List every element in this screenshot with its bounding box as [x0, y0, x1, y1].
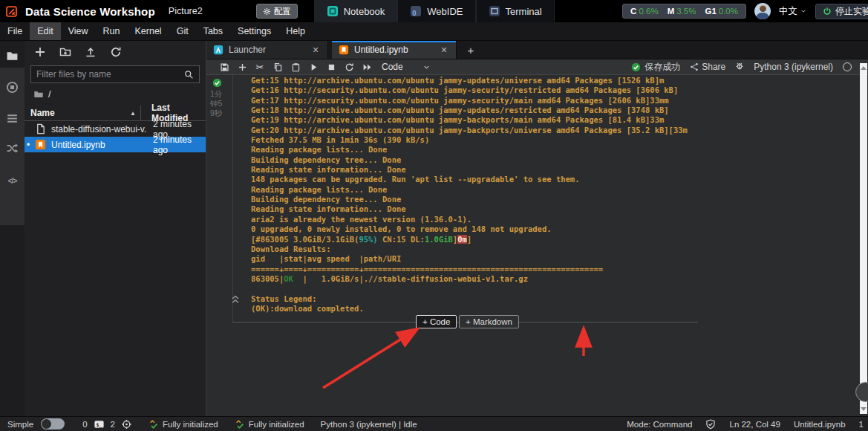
menu-settings[interactable]: Settings — [230, 22, 278, 40]
stat-g1: G10.0% — [705, 7, 738, 16]
mode-indicator[interactable]: Mode: Command — [627, 420, 692, 429]
active-filename[interactable]: Untitled.ipynb — [794, 420, 846, 429]
app-title: Data Science Workshop — [25, 5, 155, 18]
kernel-status-icon[interactable] — [843, 62, 852, 71]
stop-icon[interactable] — [322, 61, 340, 73]
add-code-cell-button[interactable]: + Code — [416, 315, 457, 328]
project-name: Picture2 — [169, 6, 203, 16]
cut-icon[interactable]: ✂ — [251, 61, 269, 73]
language-dropdown[interactable]: 中文 — [779, 5, 807, 18]
activity-code-icon[interactable]: </> — [0, 172, 25, 189]
main-dock-panel: Launcher×Untitled.ipynb×+ ✂ Code 保存成功 Sh… — [206, 41, 868, 416]
menu-edit[interactable]: Edit — [30, 22, 61, 40]
output-line: Get:15 http://archive.ubuntu.com/ubuntu … — [251, 76, 852, 85]
menu-view[interactable]: View — [61, 22, 96, 40]
simple-mode-label: Simple — [7, 420, 33, 429]
config-button[interactable]: 配置 — [256, 4, 298, 19]
doc-tab-launcher[interactable]: Launcher× — [206, 41, 328, 59]
notification-count[interactable]: 1 — [859, 420, 864, 429]
status-bar-left: Simple 0 $_ 2 Fully initialized Fully in… — [0, 418, 417, 430]
sort-asc-icon: ▲ — [130, 110, 136, 117]
breadcrumb-root[interactable]: / — [48, 89, 50, 100]
user-avatar[interactable] — [754, 3, 771, 19]
status-bar: Simple 0 $_ 2 Fully initialized Fully in… — [0, 416, 868, 431]
output-line: ======+====+===========+================… — [251, 265, 852, 274]
file-filter-input[interactable] — [36, 69, 184, 80]
output-line: Fetched 37.5 MB in 1min 36s (390 kB/s) — [251, 135, 852, 145]
copy-icon[interactable] — [269, 61, 287, 73]
column-header-name[interactable]: Name ▲ — [25, 106, 141, 120]
run-icon[interactable] — [304, 61, 322, 73]
top-nav-terminal[interactable]: Terminal — [476, 0, 555, 22]
top-nav-notebook[interactable]: Notebook — [314, 0, 398, 22]
output-line: Building dependency tree... Done — [251, 195, 852, 204]
restart-icon[interactable] — [340, 61, 358, 73]
menu-git[interactable]: Git — [169, 22, 196, 40]
document-tab-bar: Launcher×Untitled.ipynb×+ — [206, 41, 868, 59]
git-status-1[interactable]: Fully initialized — [149, 419, 218, 430]
share-button[interactable]: Share — [690, 62, 725, 72]
menu-run[interactable]: Run — [96, 22, 128, 40]
red-arrow-to-code-button — [323, 330, 416, 388]
terminals-count[interactable]: 0 — [82, 420, 87, 429]
new-launcher-icon[interactable] — [34, 46, 47, 59]
simple-mode-toggle[interactable] — [41, 418, 65, 430]
stop-experiment-button[interactable]: 停止实验 — [815, 4, 868, 19]
kernel-name-label[interactable]: Python 3 (ipykernel) — [754, 62, 833, 72]
cell-output: Get:15 http://archive.ubuntu.com/ubuntu … — [251, 76, 852, 314]
kernel-status-label[interactable]: Python 3 (ipykernel) | Idle — [321, 420, 417, 429]
activity-stop-circle-icon[interactable] — [0, 78, 25, 96]
refresh-icon[interactable] — [110, 46, 123, 59]
upload-icon[interactable] — [85, 46, 97, 59]
add-markdown-cell-button[interactable]: + Markdown — [459, 315, 519, 328]
nav-tab-label: Notebook — [344, 6, 385, 17]
file-filter-box[interactable] — [30, 65, 200, 83]
chevron-down-icon — [800, 7, 807, 15]
trust-shield-icon[interactable] — [705, 419, 716, 430]
activity-shuffle-icon[interactable] — [0, 139, 25, 157]
kernels-count[interactable]: 2 — [111, 420, 115, 429]
save-icon[interactable] — [215, 61, 233, 73]
vertical-scrollbar[interactable] — [860, 63, 867, 414]
run-all-icon[interactable] — [358, 61, 376, 73]
menu-tabs[interactable]: Tabs — [196, 22, 230, 40]
menu-file[interactable]: File — [0, 22, 30, 40]
debugger-bug-icon[interactable] — [735, 61, 744, 73]
top-bar: Data Science Workshop Picture2 配置 Notebo… — [0, 0, 868, 22]
breadcrumb[interactable]: / — [33, 88, 50, 101]
top-nav-webide[interactable]: ()WebIDE — [397, 0, 475, 22]
cell-execution-time: 1分 钟5 9秒 — [210, 89, 222, 118]
output-line: Reading state information... Done — [251, 204, 852, 214]
file-browser-panel: / Name ▲ Last Modified stable-diffusion-… — [25, 41, 206, 416]
output-line: Get:20 http://archive.ubuntu.com/ubuntu … — [251, 126, 852, 135]
new-folder-icon[interactable] — [59, 46, 72, 59]
tab-label: Launcher — [229, 45, 266, 55]
activity-folder-icon[interactable] — [0, 47, 25, 65]
top-right-group: C0.6%M3.5%G10.0% 中文 停止实验 — [622, 3, 868, 19]
cell-type-dropdown[interactable]: Code — [382, 62, 431, 72]
menu-kernel[interactable]: Kernel — [128, 22, 169, 40]
power-icon — [823, 7, 832, 16]
doc-tab-untitled-ipynb[interactable]: Untitled.ipynb× — [332, 41, 457, 59]
scrollbar-up-arrow-icon[interactable] — [861, 66, 867, 70]
cursor-position[interactable]: Ln 22, Col 49 — [729, 420, 780, 429]
add-cell-icon[interactable] — [233, 61, 251, 73]
add-tab-icon[interactable]: + — [460, 41, 481, 59]
terminal-badge-icon[interactable]: $_ — [94, 419, 105, 430]
file-row[interactable]: •Untitled.ipynb2 minutes ago — [25, 137, 206, 152]
close-icon[interactable]: × — [439, 44, 449, 56]
chevron-down-icon — [422, 63, 431, 71]
save-status: 保存成功 — [631, 61, 680, 74]
scrollbar-down-arrow-icon[interactable] — [861, 407, 867, 411]
notebook-file-icon — [35, 139, 46, 150]
output-line: Status Legend: — [251, 294, 852, 304]
share-icon — [690, 62, 699, 71]
output-line: Download Results: — [251, 244, 852, 254]
collapse-output-chevrons-icon[interactable] — [230, 294, 241, 305]
kernel-gear-icon[interactable] — [121, 419, 132, 430]
close-icon[interactable]: × — [310, 44, 321, 56]
git-status-2[interactable]: Fully initialized — [235, 419, 304, 430]
paste-icon[interactable] — [287, 61, 304, 73]
menu-help[interactable]: Help — [278, 22, 313, 40]
activity-list-icon[interactable] — [0, 109, 25, 127]
